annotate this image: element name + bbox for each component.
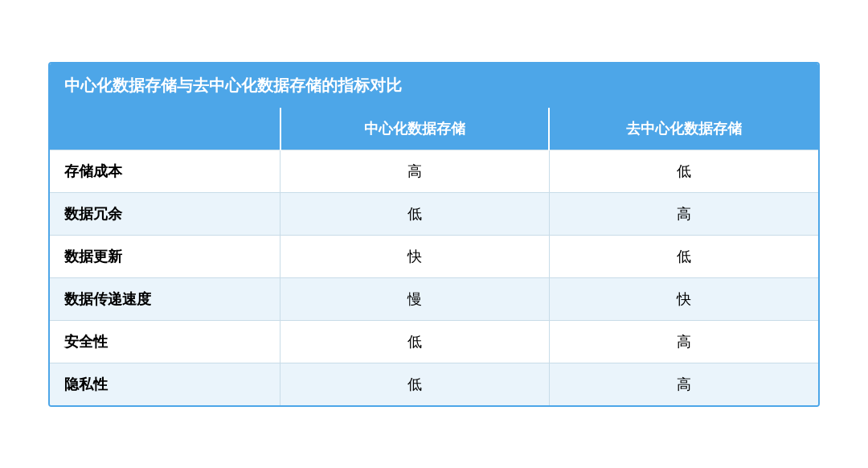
cell-centralized: 低 [280,363,550,405]
cell-metric: 数据传递速度 [50,277,280,320]
cell-metric: 数据冗余 [50,192,280,235]
cell-centralized: 低 [280,192,550,235]
header-decentralized: 去中心化数据存储 [549,108,818,150]
table-body: 存储成本高低数据冗余低高数据更新快低数据传递速度慢快安全性低高隐私性低高 [50,150,818,405]
cell-centralized: 低 [280,320,550,363]
cell-decentralized: 低 [549,235,818,277]
header-centralized: 中心化数据存储 [280,108,550,150]
table-title: 中心化数据存储与去中心化数据存储的指标对比 [50,64,818,108]
table-row: 数据传递速度慢快 [50,277,818,320]
cell-centralized: 高 [280,150,550,192]
cell-metric: 存储成本 [50,150,280,192]
cell-decentralized: 高 [549,320,818,363]
cell-centralized: 慢 [280,277,550,320]
table-row: 安全性低高 [50,320,818,363]
table-row: 数据冗余低高 [50,192,818,235]
cell-metric: 安全性 [50,320,280,363]
table-row: 数据更新快低 [50,235,818,277]
cell-metric: 数据更新 [50,235,280,277]
cell-decentralized: 快 [549,277,818,320]
cell-metric: 隐私性 [50,363,280,405]
header-metric [50,108,280,150]
cell-decentralized: 低 [549,150,818,192]
table-header-row: 中心化数据存储 去中心化数据存储 [50,108,818,150]
comparison-table: 中心化数据存储 去中心化数据存储 存储成本高低数据冗余低高数据更新快低数据传递速… [50,108,818,405]
cell-decentralized: 高 [549,363,818,405]
table-row: 隐私性低高 [50,363,818,405]
cell-decentralized: 高 [549,192,818,235]
table-row: 存储成本高低 [50,150,818,192]
cell-centralized: 快 [280,235,550,277]
comparison-table-container: 中心化数据存储与去中心化数据存储的指标对比 中心化数据存储 去中心化数据存储 存… [48,62,820,407]
